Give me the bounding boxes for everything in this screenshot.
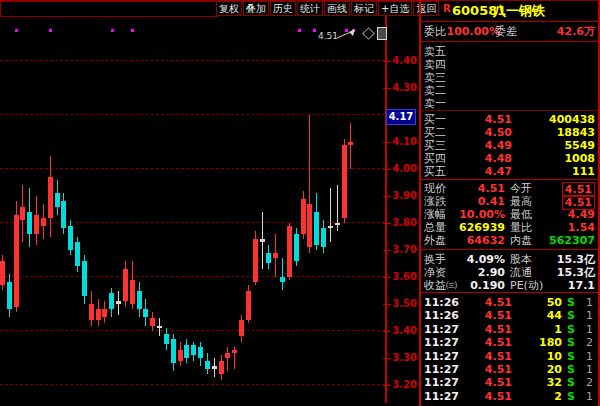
tick-time: 11:27	[424, 323, 459, 336]
tick-row: 11:264.5150S1	[421, 296, 598, 309]
quote-value-2: 15.3亿	[557, 253, 595, 266]
candle	[123, 269, 128, 301]
bid-volume: 111	[572, 165, 595, 178]
weicha-label: 委差	[495, 25, 517, 38]
candle	[294, 234, 299, 261]
bid-label: 买一	[424, 113, 446, 126]
ask-label: 卖三	[424, 71, 446, 84]
last-price-tag: 4.17	[386, 109, 416, 125]
quote-row: 换手4.09%股本15.3亿	[421, 253, 598, 266]
tick-row: 11:274.51180S2	[421, 336, 598, 349]
quote-label-1: 收益㈢	[424, 279, 457, 292]
candle	[102, 309, 107, 317]
tick-count: 1	[586, 323, 593, 336]
weibi-value: 100.00%	[447, 25, 500, 38]
tick-flag: S	[567, 350, 575, 363]
candle	[164, 334, 169, 345]
candle	[27, 212, 32, 234]
weicha-value: 42.6万	[557, 25, 595, 38]
quote-value-1: 626939	[459, 221, 505, 234]
tick-flag: S	[567, 390, 575, 403]
tick-price: 4.51	[485, 336, 512, 349]
tick-count: 1	[586, 363, 593, 376]
quote-value-1: 10.00%	[459, 208, 505, 221]
divider	[421, 21, 598, 22]
tick-price: 4.51	[485, 390, 512, 403]
divider	[421, 292, 598, 293]
gridline	[0, 114, 385, 115]
tick-time: 11:27	[424, 376, 459, 389]
candle	[157, 326, 162, 329]
y-axis-label: 3.90	[387, 190, 417, 202]
candle	[143, 309, 148, 317]
bid-label: 买四	[424, 152, 446, 165]
stock-app-window: 复权叠加历史统计画线标记+自选返回 4.404.304.104.003.903.…	[0, 0, 600, 406]
quote-label-2: PE(动)	[510, 279, 543, 292]
candle	[198, 347, 203, 358]
candle	[7, 282, 12, 309]
tick-time: 11:26	[424, 296, 459, 309]
candle	[260, 239, 265, 242]
quote-row: 现价4.51今开4.51	[421, 182, 598, 195]
y-axis-label: 3.20	[387, 379, 417, 391]
y-axis-label: 4.10	[387, 136, 417, 148]
candle	[246, 291, 251, 321]
quote-label-1: 换手	[424, 253, 446, 266]
mark-line-dot	[49, 29, 52, 32]
candle	[328, 226, 333, 229]
tick-time: 11:26	[424, 309, 459, 322]
candle	[137, 291, 142, 310]
divider	[421, 249, 598, 250]
divider	[421, 110, 598, 111]
tick-volume: 2	[554, 390, 562, 403]
candle	[225, 353, 230, 358]
tick-flag: S	[567, 296, 575, 309]
tick-count: 1	[586, 296, 593, 309]
gridline	[0, 384, 385, 385]
mark-line-dot	[15, 29, 18, 32]
tick-volume: 10	[547, 350, 562, 363]
quote-label-1: 涨跌	[424, 195, 446, 208]
price-axis-line	[385, 16, 387, 403]
quote-label-2: 股本	[510, 253, 532, 266]
quote-label-2: 量比	[510, 221, 532, 234]
tick-price: 4.51	[485, 363, 512, 376]
mark-line-dot	[313, 29, 316, 32]
ask-row: 卖二	[421, 84, 598, 97]
quote-label-2: 流通	[510, 266, 532, 279]
ask-row: 卖一	[421, 97, 598, 110]
candle	[321, 228, 326, 247]
tick-volume: 50	[547, 296, 562, 309]
bid-label: 买五	[424, 165, 446, 178]
mark-line-dot	[111, 29, 114, 32]
tick-row: 11:274.5110S1	[421, 350, 598, 363]
weibi-label: 委比	[424, 25, 446, 38]
bid-price: 4.47	[485, 165, 512, 178]
candle	[348, 142, 353, 145]
candle	[171, 339, 176, 363]
bid-row: 买二4.5018843	[421, 126, 598, 139]
tick-flag: S	[567, 376, 575, 389]
quote-row: 涨幅10.00%最低4.49	[421, 208, 598, 221]
tick-flag: S	[567, 309, 575, 322]
quote-row: 外盘64632内盘562307	[421, 234, 598, 247]
window-panel-icon[interactable]	[377, 27, 387, 40]
gridline	[0, 168, 385, 169]
gridline	[0, 60, 385, 61]
tick-count: 2	[586, 376, 593, 389]
gridline	[0, 222, 385, 223]
candle	[266, 253, 271, 264]
candle	[301, 199, 306, 234]
candle	[342, 145, 347, 218]
tick-row: 11:274.5132S2	[421, 376, 598, 389]
mark-line-dot	[131, 29, 134, 32]
candle	[232, 350, 237, 353]
candle	[116, 301, 121, 304]
candle	[335, 223, 340, 225]
tick-flag: S	[567, 323, 575, 336]
candle	[205, 361, 210, 369]
quote-label-2: 最低	[510, 208, 532, 221]
candle	[20, 207, 25, 221]
tick-count: 1	[586, 309, 593, 322]
tick-time: 11:27	[424, 336, 459, 349]
